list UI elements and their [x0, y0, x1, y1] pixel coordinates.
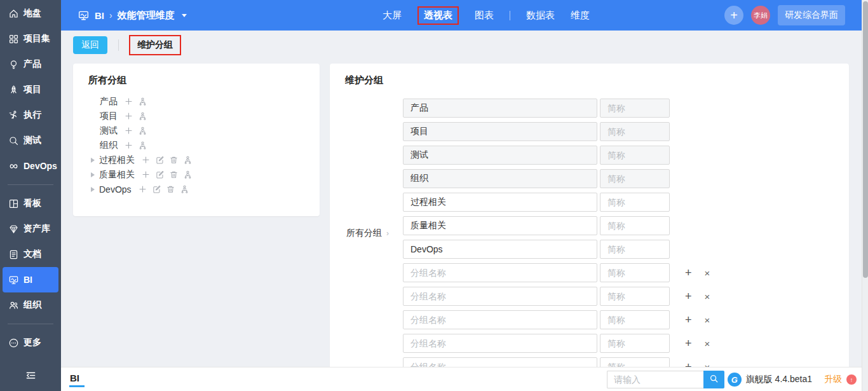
group-abbr-input[interactable]	[600, 263, 670, 282]
sitemap-icon[interactable]	[139, 97, 147, 106]
group-name-input[interactable]	[403, 287, 597, 306]
edit-icon[interactable]	[156, 170, 164, 179]
sidebar-item-label: 执行	[24, 109, 41, 121]
chevron-down-icon[interactable]	[182, 14, 187, 17]
add-row-button[interactable]: +	[685, 291, 692, 302]
sidebar-item-label: 更多	[24, 337, 41, 348]
tree-label[interactable]: 项目	[100, 111, 118, 122]
group-abbr-input[interactable]	[600, 310, 670, 329]
sitemap-icon[interactable]	[139, 141, 147, 149]
upgrade-badge-icon[interactable]: ↑	[846, 374, 857, 385]
tab-pivot-table[interactable]: 透视表	[417, 6, 459, 25]
tab-dashboard-screen[interactable]: 大屏	[383, 10, 402, 22]
group-name-input[interactable]	[403, 193, 597, 212]
search-button[interactable]	[703, 371, 724, 388]
group-name-input[interactable]	[403, 310, 597, 329]
sidebar-item-assets[interactable]: 资产库	[0, 216, 61, 242]
magnifier-icon	[8, 135, 19, 146]
page-scrollbar[interactable]	[862, 0, 868, 391]
group-abbr-input	[600, 122, 670, 141]
trash-icon[interactable]	[170, 156, 178, 164]
home-icon	[8, 8, 19, 19]
tree-label[interactable]: 产品	[100, 96, 118, 107]
group-abbr-input[interactable]	[600, 334, 670, 353]
group-abbr-input[interactable]	[600, 193, 670, 212]
remove-row-button[interactable]: ×	[705, 292, 710, 301]
breadcrumb-app[interactable]: BI	[95, 10, 104, 21]
search-input[interactable]	[607, 371, 703, 388]
sitemap-icon[interactable]	[139, 112, 147, 120]
group-abbr-input[interactable]	[600, 240, 670, 259]
tab-charts[interactable]: 图表	[475, 10, 494, 22]
group-name-input[interactable]	[403, 334, 597, 353]
sitemap-icon[interactable]	[184, 156, 192, 164]
sidebar-collapse-button[interactable]	[0, 362, 61, 391]
expand-caret-icon[interactable]	[91, 158, 95, 163]
add-child-icon[interactable]	[125, 112, 133, 120]
sidebar-item-more[interactable]: 更多	[0, 330, 61, 355]
add-child-icon[interactable]	[139, 185, 147, 193]
add-row-button[interactable]: +	[685, 314, 692, 326]
tree-label[interactable]: 组织	[100, 140, 118, 151]
sitemap-icon[interactable]	[139, 127, 147, 135]
lightbulb-icon	[8, 59, 19, 70]
add-child-icon[interactable]	[125, 141, 133, 149]
expand-caret-icon[interactable]	[91, 187, 95, 192]
footer-tab-bi[interactable]: BI	[70, 373, 79, 383]
group-abbr-input[interactable]	[600, 216, 670, 235]
sitemap-icon[interactable]	[180, 185, 189, 193]
trash-icon[interactable]	[166, 185, 175, 193]
sidebar-item-label: 文档	[24, 249, 41, 260]
bi-monitor-icon	[78, 10, 90, 22]
scrollbar-thumb[interactable]	[863, 1, 868, 278]
add-child-icon[interactable]	[142, 170, 150, 179]
chevron-right-icon: ›	[386, 229, 389, 238]
sidebar-item-devops[interactable]: DevOps	[0, 153, 61, 179]
group-name-input[interactable]	[403, 216, 597, 235]
sitemap-icon[interactable]	[184, 170, 192, 179]
toolbar: 返回 维护分组	[61, 31, 862, 59]
sidebar-item-label: 产品	[24, 58, 41, 70]
sidebar-item-project-set[interactable]: 项目集	[0, 26, 61, 51]
sidebar-item-project[interactable]: 项目	[0, 77, 61, 102]
sidebar-item-home[interactable]: 地盘	[0, 1, 61, 26]
search-icon	[709, 374, 719, 385]
sidebar-item-org[interactable]: 组织	[0, 292, 61, 318]
add-child-icon[interactable]	[125, 97, 133, 106]
trash-icon[interactable]	[170, 170, 178, 179]
add-row-button[interactable]: +	[685, 338, 692, 349]
add-child-icon[interactable]	[142, 156, 150, 164]
sidebar-item-bi[interactable]: BI	[3, 267, 58, 292]
edit-icon[interactable]	[153, 185, 161, 193]
group-abbr-input[interactable]	[600, 287, 670, 306]
add-child-icon[interactable]	[125, 127, 133, 135]
group-name-input[interactable]	[403, 263, 597, 282]
remove-row-button[interactable]: ×	[705, 339, 710, 348]
sidebar-item-label: DevOps	[24, 161, 57, 171]
sidebar-item-product[interactable]: 产品	[0, 51, 61, 77]
remove-row-button[interactable]: ×	[705, 268, 710, 278]
workspace-button[interactable]: 研发综合界面	[778, 5, 845, 25]
add-button[interactable]: +	[724, 6, 743, 25]
sidebar-item-docs[interactable]: 文档	[0, 242, 61, 267]
remove-row-button[interactable]: ×	[705, 315, 710, 325]
group-name-input	[403, 122, 597, 141]
upgrade-link[interactable]: 升级	[824, 374, 842, 385]
sidebar-item-execution[interactable]: 执行	[0, 102, 61, 128]
tree-label[interactable]: DevOps	[99, 184, 132, 195]
tree-label[interactable]: 质量相关	[99, 169, 135, 181]
sidebar-item-test[interactable]: 测试	[0, 128, 61, 153]
rocket-icon	[8, 85, 19, 95]
tree-label[interactable]: 测试	[100, 125, 118, 137]
group-name-input[interactable]	[403, 240, 597, 259]
breadcrumb-page[interactable]: 效能管理维度	[118, 10, 175, 22]
sidebar-item-kanban[interactable]: 看板	[0, 191, 61, 216]
back-button[interactable]: 返回	[73, 36, 107, 54]
avatar[interactable]: 李娟	[751, 6, 770, 25]
edit-icon[interactable]	[156, 156, 164, 164]
expand-caret-icon[interactable]	[91, 172, 95, 177]
tab-data-table[interactable]: 数据表	[526, 10, 555, 22]
add-row-button[interactable]: +	[685, 267, 692, 278]
tree-label[interactable]: 过程相关	[99, 154, 135, 166]
tab-dimension[interactable]: 维度	[571, 10, 590, 22]
